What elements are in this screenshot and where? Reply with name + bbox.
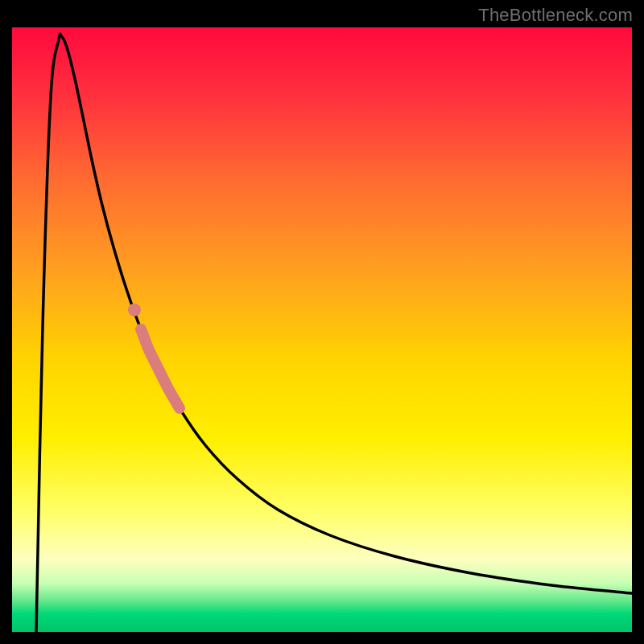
highlight-dot bbox=[128, 303, 141, 316]
plot-area bbox=[12, 27, 632, 632]
bottleneck-curve bbox=[36, 34, 632, 632]
watermark-text: TheBottleneck.com bbox=[478, 5, 633, 26]
highlight-segment bbox=[141, 329, 180, 408]
chart-frame: TheBottleneck.com bbox=[0, 0, 644, 644]
curve-svg bbox=[12, 27, 632, 632]
